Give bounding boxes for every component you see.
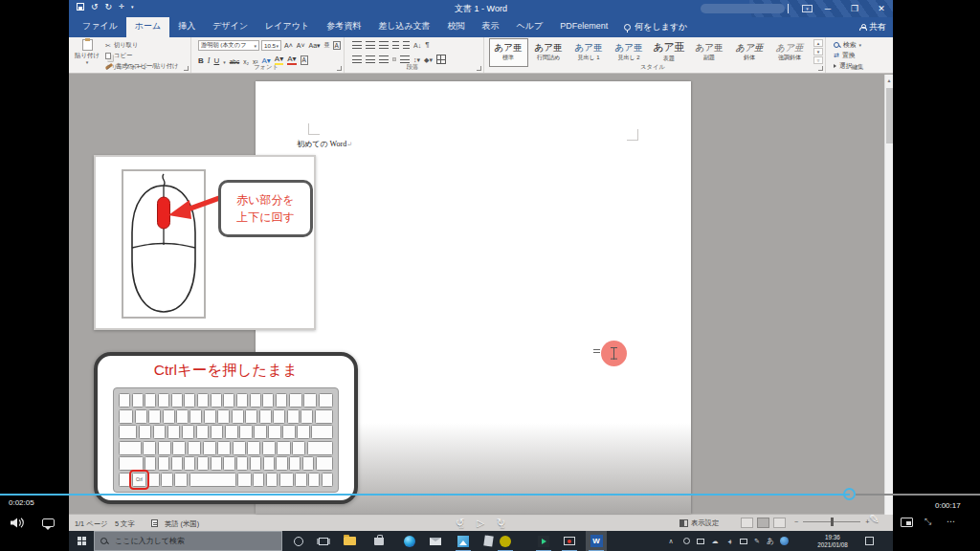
taskbar-search[interactable] [94,531,282,551]
word-taskbar-button[interactable]: W [586,531,607,551]
forward-30-button[interactable]: ↻30 [497,516,505,529]
task-view-button[interactable] [313,531,334,551]
language-status[interactable]: 英語 (米国) [165,519,199,529]
ime-indicator[interactable]: あ [764,531,777,551]
weather-ball-icon[interactable] [777,531,791,551]
word-count[interactable]: 5 文字 [115,519,135,529]
replace-button[interactable]: ⇄置換 [834,51,855,60]
dialog-launcher-icon[interactable] [337,66,342,71]
bullets-icon[interactable] [352,41,362,49]
cortana-button[interactable] [288,531,309,551]
decrease-indent-icon[interactable] [392,41,399,49]
dialog-launcher-icon[interactable] [477,66,481,71]
maximize-button[interactable]: ❐ [843,0,866,17]
gallery-down-icon[interactable]: ▾ [813,48,823,55]
zoom-slider[interactable] [803,521,860,523]
font-name-select[interactable]: 游明朝 (本文のフ▾ [198,40,259,51]
page-count[interactable]: 1/1 ページ [75,519,107,529]
proofing-icon[interactable] [151,519,158,527]
grow-font-button[interactable]: A˄ [283,42,294,49]
tab-校閲[interactable]: 校閲 [439,17,474,37]
dialog-launcher-icon[interactable] [184,66,189,71]
search-input[interactable] [113,536,256,546]
tab-PDFelement[interactable]: PDFelement [551,17,616,37]
account-name-pill[interactable] [701,4,785,13]
ruby-button[interactable]: 亜 [323,41,331,50]
multilevel-list-icon[interactable] [379,41,389,49]
collapse-button[interactable]: ⤡ [924,517,931,527]
sort-icon[interactable]: A↓ [413,42,421,49]
increase-indent-icon[interactable] [403,41,410,49]
action-center-button[interactable] [861,531,877,551]
play-button[interactable]: ▷ [477,518,484,528]
paste-button[interactable]: 貼り付け ▾ [73,39,101,65]
rewind-10-button[interactable]: ↺10 [456,516,464,529]
yellow-app-button[interactable] [495,531,516,551]
justify-icon[interactable] [392,57,396,61]
align-center-icon[interactable] [366,55,375,63]
timeline-handle[interactable] [843,488,856,500]
align-left-icon[interactable] [352,55,362,63]
file-explorer-button[interactable] [339,531,360,551]
chat-button[interactable] [42,518,55,527]
tab-ファイル[interactable]: ファイル [74,17,126,37]
scroll-up-icon[interactable]: ▲ [885,75,893,86]
edge-button[interactable] [399,531,420,551]
print-layout-button[interactable] [757,518,769,528]
tab-表示[interactable]: 表示 [474,17,508,37]
tab-ホーム[interactable]: ホーム [126,17,169,37]
playback-timeline[interactable] [0,494,980,496]
ribbon-display-options-icon[interactable]: ▾ [802,5,813,12]
minimize-button[interactable]: ─ [816,0,839,17]
tab-ヘルプ[interactable]: ヘルプ [508,17,552,37]
web-layout-button[interactable] [773,518,786,528]
show-paragraph-marks-icon[interactable]: ¶ [425,41,429,49]
store-button[interactable] [368,531,390,551]
vertical-scrollbar[interactable]: ▲ [884,75,893,515]
shrink-font-button[interactable]: A˅ [296,42,306,49]
tab-参考資料[interactable]: 参考資料 [318,17,369,37]
line-spacing-icon[interactable]: ↕▾ [413,56,420,63]
tab-レイアウト[interactable]: レイアウト [256,17,318,37]
tab-差し込み文書[interactable]: 差し込み文書 [369,17,438,37]
picture-in-picture-button[interactable] [901,518,913,527]
tray-clock-app-icon[interactable] [679,531,693,551]
shading-icon[interactable]: ◆▾ [424,56,433,63]
zoom-slider-thumb[interactable] [831,518,834,526]
copy-button[interactable]: コピー [105,52,178,60]
dialog-launcher-icon[interactable] [818,66,823,71]
mail-button[interactable] [425,531,446,551]
volume-button[interactable] [11,518,26,528]
read-mode-button[interactable] [741,518,753,528]
onedrive-icon[interactable]: ☁ [708,531,722,551]
tab-デザイン[interactable]: デザイン [204,17,256,37]
font-size-select[interactable]: 10.5▾ [261,40,281,51]
share-button[interactable]: 共有 [859,21,886,33]
find-button[interactable]: 検索▾ [834,40,861,50]
align-right-icon[interactable] [379,55,389,63]
close-button[interactable]: ✕ [870,0,893,17]
scrollbar-thumb[interactable] [886,88,893,143]
screen-recorder-button[interactable] [559,531,580,551]
distribute-icon[interactable] [400,55,410,63]
network-display-icon[interactable] [737,531,750,551]
cut-button[interactable]: ✂切り取り [105,41,178,50]
change-case-button[interactable]: Aa▾ [308,42,322,50]
display-settings-button[interactable]: 表示設定 [679,518,719,528]
numbering-icon[interactable] [366,41,375,49]
tray-tablet-icon[interactable] [694,531,707,551]
pencil-marker-button[interactable]: ✎ [869,512,880,526]
pen-tray-icon[interactable]: ✎ [750,531,764,551]
tab-挿入[interactable]: 挿入 [169,17,204,37]
video-editor-button[interactable] [533,531,554,551]
hidden-icons-button[interactable]: ∧ [664,531,678,551]
volume-icon[interactable]: ◂) [723,531,736,551]
zoom-out-button[interactable]: − [794,518,798,526]
photos-button[interactable] [453,531,474,551]
more-options-button[interactable]: ⋯ [947,517,956,526]
start-button[interactable] [71,531,92,551]
tell-me-tab[interactable]: 何をしますか [616,17,695,37]
gallery-up-icon[interactable]: ▴ [813,39,823,47]
taskbar-clock[interactable]: 19:362021/01/08 [808,531,858,551]
character-border-button[interactable]: A [333,41,341,51]
